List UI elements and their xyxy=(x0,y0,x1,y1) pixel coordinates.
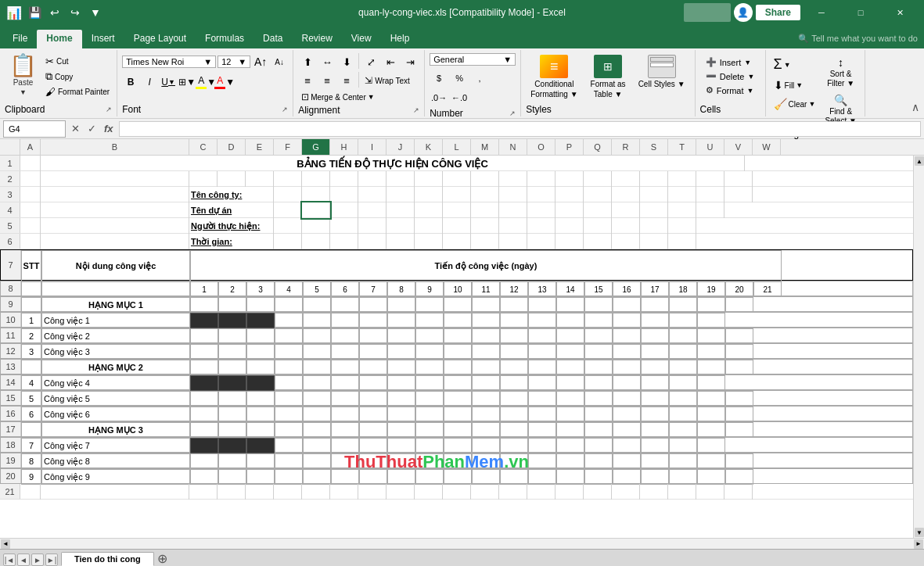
vertical-scrollbar[interactable]: ▲ ▼ xyxy=(913,156,924,538)
tell-me-input[interactable]: 🔍 Tell me what you want to do xyxy=(792,29,924,48)
font-expand-icon[interactable]: ↗ xyxy=(282,106,288,113)
row-num-10[interactable]: 10 xyxy=(1,313,21,327)
tab-review[interactable]: Review xyxy=(292,30,341,48)
font-name-dropdown[interactable]: Times New Roi▼ xyxy=(122,56,216,68)
align-center-button[interactable]: ≡ xyxy=(318,72,336,89)
cell-congviec2[interactable]: Công việc 2 xyxy=(41,328,190,344)
name-box[interactable]: G4 xyxy=(3,120,66,138)
col-header-b[interactable]: B xyxy=(41,139,189,155)
formula-input[interactable] xyxy=(119,121,921,137)
col-header-d[interactable]: D xyxy=(218,139,246,155)
font-size-dropdown[interactable]: 12▼ xyxy=(218,56,250,68)
row-num-9[interactable]: 9 xyxy=(1,297,21,311)
col-header-g[interactable]: G xyxy=(302,139,330,155)
confirm-formula-icon[interactable]: ✓ xyxy=(85,123,99,134)
cell-b2[interactable] xyxy=(41,171,189,187)
row-num-6[interactable]: 6 xyxy=(0,234,20,249)
format-painter-button[interactable]: 🖌 Format Painter xyxy=(43,85,112,99)
number-format-dropdown[interactable]: General▼ xyxy=(430,53,516,66)
prev-sheet-button[interactable]: ◄ xyxy=(17,553,30,566)
cell-stt-1[interactable]: 1 xyxy=(21,313,41,328)
row-num-20[interactable]: 20 xyxy=(1,469,21,483)
row-num-15[interactable]: 15 xyxy=(1,391,21,405)
cell-congviec9[interactable]: Công việc 9 xyxy=(41,469,190,485)
col-header-n[interactable]: N xyxy=(499,139,527,155)
merge-center-button[interactable]: ⊡ Merge & Center ▼ xyxy=(298,91,419,103)
align-top-button[interactable]: ⬆ xyxy=(298,53,317,70)
bold-button[interactable]: B xyxy=(122,73,139,91)
cell-hangmuc2[interactable]: HẠNG MỤC 2 xyxy=(41,360,190,375)
col-header-h[interactable]: H xyxy=(330,139,358,155)
cancel-formula-icon[interactable]: ✕ xyxy=(69,123,82,134)
autosum-button[interactable]: Σ ▼ xyxy=(771,55,819,74)
horizontal-scrollbar[interactable]: ◄ ► xyxy=(0,538,924,549)
row-num-1[interactable]: 1 xyxy=(0,156,20,170)
cell-g4[interactable] xyxy=(302,202,330,218)
customize-qat-button[interactable]: ▼ xyxy=(88,5,103,20)
cell-a2[interactable] xyxy=(20,171,41,187)
close-button[interactable]: ✕ xyxy=(882,0,918,25)
col-header-w[interactable]: W xyxy=(753,139,781,155)
cell-a1[interactable] xyxy=(20,156,41,171)
row-num-4[interactable]: 4 xyxy=(0,202,20,217)
tab-formulas[interactable]: Formulas xyxy=(196,30,253,48)
tab-data[interactable]: Data xyxy=(253,30,292,48)
border-button[interactable]: ⊞▼ xyxy=(178,73,196,91)
italic-button[interactable]: I xyxy=(141,73,158,91)
row-num-7[interactable]: 7 xyxy=(1,250,21,280)
row-num-11[interactable]: 11 xyxy=(1,328,21,342)
cell-tiendo-header[interactable]: Tiến độ công việc (ngày) xyxy=(190,250,782,281)
align-right-button[interactable]: ≡ xyxy=(337,72,356,89)
cell-tencongty[interactable]: Tên công ty: xyxy=(189,187,274,202)
cell-hangmuc3[interactable]: HẠNG MỤC 3 xyxy=(41,422,190,438)
currency-button[interactable]: $ xyxy=(430,70,448,87)
underline-button[interactable]: U▼ xyxy=(160,73,177,91)
cell-congviec5[interactable]: Công việc 5 xyxy=(41,391,190,407)
clear-button[interactable]: 🧹 Clear ▼ xyxy=(771,96,819,112)
format-cells-button[interactable]: ⚙ Format ▼ xyxy=(701,84,760,96)
col-header-q[interactable]: Q xyxy=(584,139,612,155)
col-header-o[interactable]: O xyxy=(527,139,555,155)
insert-function-icon[interactable]: fx xyxy=(102,123,116,134)
row-num-17[interactable]: 17 xyxy=(1,422,21,436)
redo-qat-button[interactable]: ↪ xyxy=(67,5,83,20)
row-num-16[interactable]: 16 xyxy=(1,407,21,421)
share-button[interactable]: Share xyxy=(756,5,800,20)
tab-view[interactable]: View xyxy=(342,30,381,48)
tab-page-layout[interactable]: Page Layout xyxy=(124,30,196,48)
cell-b8[interactable] xyxy=(41,281,190,297)
number-expand-icon[interactable]: ↗ xyxy=(509,109,516,117)
col-header-c[interactable]: C xyxy=(189,139,218,155)
cell-nguoithuchien[interactable]: Người thực hiện: xyxy=(189,218,274,234)
copy-button[interactable]: ⧉ Copy xyxy=(43,70,112,84)
align-middle-button[interactable]: ↔ xyxy=(318,53,336,70)
row-num-3[interactable]: 3 xyxy=(0,187,20,202)
comma-button[interactable]: , xyxy=(470,70,489,87)
col-header-u[interactable]: U xyxy=(696,139,724,155)
ribbon-collapse-button[interactable]: ∧ xyxy=(911,101,919,113)
font-color-button[interactable]: A ▼ xyxy=(216,73,233,91)
row-num-5[interactable]: 5 xyxy=(0,218,20,233)
col-header-k[interactable]: K xyxy=(415,139,443,155)
cell-congviec3[interactable]: Công việc 3 xyxy=(41,344,190,360)
cell-noidung-header[interactable]: Nội dung công việc xyxy=(41,250,190,281)
cut-button[interactable]: ✂ Cut xyxy=(43,55,112,68)
col-header-p[interactable]: P xyxy=(555,139,584,155)
cell-styles-button[interactable]: Cell Styles ▼ xyxy=(634,53,690,90)
tab-help[interactable]: Help xyxy=(381,30,419,48)
decrease-decimal-button[interactable]: ←.0 xyxy=(450,89,469,106)
row-num-21[interactable]: 21 xyxy=(0,484,20,499)
sort-filter-button[interactable]: ↕ Sort & Filter ▼ xyxy=(822,55,859,89)
cell-congviec8[interactable]: Công việc 8 xyxy=(41,453,190,469)
increase-decimal-button[interactable]: .0→ xyxy=(430,89,448,106)
col-header-i[interactable]: I xyxy=(358,139,386,155)
cell-congviec4[interactable]: Công việc 4 xyxy=(41,375,190,391)
col-header-j[interactable]: J xyxy=(386,139,415,155)
indent-increase-button[interactable]: ⇥ xyxy=(401,53,419,70)
sheet-tab-tiendo[interactable]: Tien do thi cong xyxy=(61,552,154,566)
cell-congviec7[interactable]: Công việc 7 xyxy=(41,438,190,453)
row-num-12[interactable]: 12 xyxy=(1,344,21,358)
delete-cells-button[interactable]: ➖ Delete ▼ xyxy=(701,70,760,82)
row-num-18[interactable]: 18 xyxy=(1,438,21,452)
row-num-14[interactable]: 14 xyxy=(1,375,21,389)
